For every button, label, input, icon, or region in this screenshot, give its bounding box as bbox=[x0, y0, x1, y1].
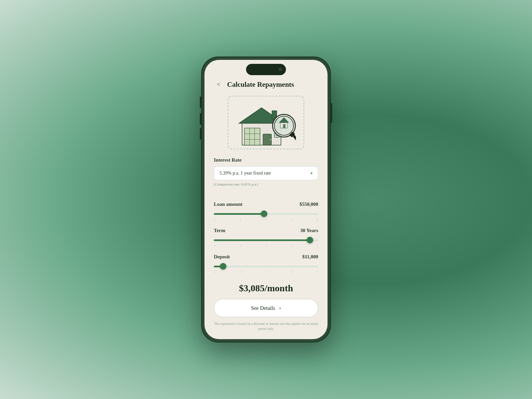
chevron-right-icon: › bbox=[279, 305, 281, 312]
loan-amount-value: $550,000 bbox=[300, 201, 318, 207]
term-section: Term 30 Years bbox=[214, 228, 318, 247]
tick bbox=[214, 245, 215, 247]
term-fill bbox=[214, 239, 310, 241]
interest-rate-dropdown[interactable]: 5.39% p.a. 1 year fixed rate ▾ bbox=[214, 166, 318, 180]
interest-rate-section: Interest Rate 5.39% p.a. 1 year fixed ra… bbox=[214, 157, 318, 194]
term-header: Term 30 Years bbox=[214, 228, 318, 233]
loan-amount-section: Loan amount $550,000 bbox=[214, 201, 318, 220]
tick bbox=[292, 271, 292, 273]
tick bbox=[240, 218, 240, 220]
loan-amount-thumb[interactable] bbox=[261, 210, 267, 217]
interest-rate-label: Interest Rate bbox=[214, 157, 318, 163]
phone-screen: < Calculate Repayments bbox=[204, 60, 328, 339]
monthly-payment: $3,085/month bbox=[214, 283, 318, 294]
deposit-label: Deposit bbox=[214, 254, 230, 260]
svg-point-10 bbox=[270, 139, 271, 140]
deposit-ticks bbox=[214, 271, 318, 273]
tick bbox=[214, 218, 215, 220]
chevron-down-icon: ▾ bbox=[311, 171, 313, 176]
loan-amount-header: Loan amount $550,000 bbox=[214, 201, 318, 207]
term-value: 30 Years bbox=[300, 228, 318, 233]
disclaimer-text: This repayment is based on a discount or… bbox=[214, 321, 318, 331]
tick bbox=[292, 218, 292, 220]
camera-dot bbox=[279, 68, 282, 71]
deposit-header: Deposit $11,000 bbox=[214, 254, 318, 260]
loan-amount-slider[interactable] bbox=[214, 210, 318, 217]
tick bbox=[292, 245, 292, 247]
tick bbox=[266, 245, 266, 247]
deposit-thumb[interactable] bbox=[220, 263, 226, 270]
phone-frame: < Calculate Repayments bbox=[201, 57, 331, 342]
loan-amount-track bbox=[214, 213, 318, 215]
loan-amount-fill bbox=[214, 213, 264, 215]
tick bbox=[317, 218, 318, 220]
house-illustration bbox=[236, 98, 296, 148]
tick bbox=[240, 245, 240, 247]
tick bbox=[317, 271, 318, 273]
dynamic-island bbox=[246, 64, 286, 75]
deposit-section: Deposit $11,000 bbox=[214, 254, 318, 273]
svg-rect-3 bbox=[244, 128, 260, 145]
loan-amount-ticks bbox=[214, 218, 318, 220]
see-details-label: See Details bbox=[251, 305, 275, 311]
tick bbox=[214, 271, 215, 273]
term-track bbox=[214, 239, 318, 241]
term-label: Term bbox=[214, 228, 225, 233]
tick bbox=[240, 271, 240, 273]
screen-content: < Calculate Repayments bbox=[204, 60, 328, 339]
see-details-button[interactable]: See Details › bbox=[214, 299, 318, 317]
deposit-track bbox=[214, 266, 318, 267]
term-ticks bbox=[214, 245, 318, 247]
illustration-container bbox=[228, 96, 304, 149]
tick bbox=[317, 245, 318, 247]
svg-rect-21 bbox=[283, 124, 285, 128]
comparison-rate-text: (Comparison rate: 6.41% p.a.) bbox=[214, 182, 318, 186]
tick bbox=[266, 271, 266, 273]
term-slider[interactable] bbox=[214, 237, 318, 243]
page-title: Calculate Repayments bbox=[227, 80, 294, 89]
tick bbox=[266, 218, 266, 220]
term-thumb[interactable] bbox=[307, 237, 313, 243]
back-button[interactable]: < bbox=[214, 80, 223, 89]
loan-amount-label: Loan amount bbox=[214, 201, 242, 207]
interest-rate-selected: 5.39% p.a. 1 year fixed rate bbox=[219, 171, 271, 176]
deposit-value: $11,000 bbox=[302, 254, 318, 260]
deposit-slider[interactable] bbox=[214, 263, 318, 270]
header: < Calculate Repayments bbox=[214, 80, 318, 89]
